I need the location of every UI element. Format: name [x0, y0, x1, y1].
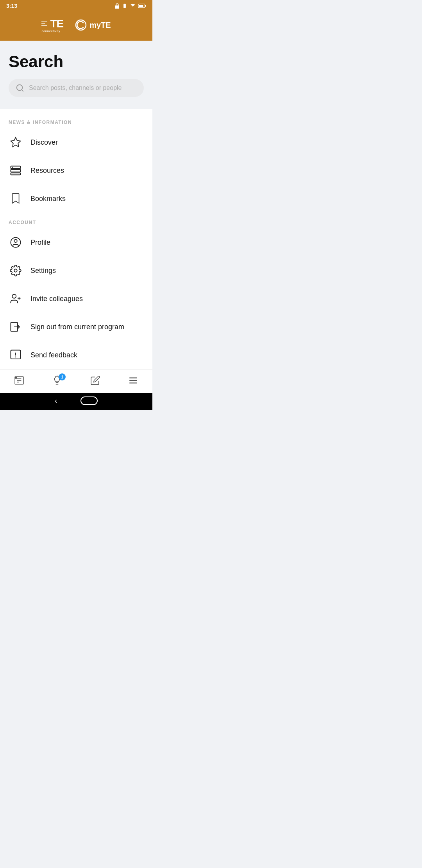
search-bar[interactable]: Search posts, channels or people: [9, 79, 144, 97]
invite-icon: [9, 292, 23, 306]
account-section-label: ACCOUNT: [0, 213, 152, 228]
svg-line-31: [55, 376, 55, 377]
menu-item-discover[interactable]: Discover: [0, 128, 152, 156]
svg-rect-27: [15, 377, 17, 378]
nav-item-news-feed[interactable]: [6, 373, 32, 387]
myte-logo: myTE: [75, 19, 111, 31]
te-lines: [41, 22, 47, 26]
svg-point-22: [15, 357, 16, 357]
menu-content: NEWS & INFORMATION Discover Resources: [0, 109, 152, 369]
header-divider: [69, 17, 69, 33]
resources-label: Resources: [30, 167, 64, 175]
svg-marker-7: [11, 138, 21, 147]
te-brand-text: TE: [50, 18, 63, 30]
status-bar: 3:13: [0, 0, 152, 11]
feedback-icon: [9, 348, 23, 362]
te-connectivity-text: connectivity: [41, 29, 60, 33]
search-icon: [16, 84, 24, 92]
svg-point-13: [14, 240, 17, 243]
svg-line-6: [21, 90, 23, 91]
menu-item-invite[interactable]: Invite colleagues: [0, 285, 152, 313]
svg-rect-10: [11, 173, 21, 175]
lock-icon: [115, 3, 120, 9]
header-logo: TE connectivity myTE: [41, 17, 111, 33]
nav-item-ideas[interactable]: 1: [44, 373, 70, 387]
profile-label: Profile: [30, 239, 50, 247]
svg-rect-3: [139, 5, 143, 7]
bottom-nav: 1: [0, 369, 152, 393]
ideas-badge: 1: [59, 373, 66, 380]
discover-icon: [9, 135, 23, 149]
settings-label: Settings: [30, 267, 56, 275]
discover-label: Discover: [30, 138, 58, 147]
search-placeholder-text: Search posts, channels or people: [29, 84, 122, 91]
feedback-label: Send feedback: [30, 351, 77, 359]
status-icons: [115, 3, 146, 9]
menu-item-settings[interactable]: Settings: [0, 256, 152, 285]
nav-item-create[interactable]: [82, 373, 109, 387]
wifi-icon: [130, 4, 136, 8]
te-logo: TE connectivity: [41, 18, 63, 33]
settings-icon: [9, 264, 23, 278]
android-nav-bar: ‹: [0, 393, 152, 410]
svg-rect-0: [123, 4, 126, 8]
signout-icon: [9, 320, 23, 334]
battery-icon: [138, 4, 146, 8]
page-title: Search: [9, 52, 144, 71]
invite-label: Invite colleagues: [30, 295, 83, 303]
nav-menu-icon: [128, 375, 139, 386]
svg-point-14: [14, 269, 17, 272]
nav-item-menu[interactable]: [120, 373, 147, 387]
myte-app-name: myTE: [89, 21, 111, 30]
search-section: Search Search posts, channels or people: [0, 41, 152, 109]
menu-item-bookmarks[interactable]: Bookmarks: [0, 185, 152, 213]
status-time: 3:13: [6, 3, 17, 9]
signout-label: Sign out from current program: [30, 323, 124, 331]
android-home-button[interactable]: [80, 396, 98, 405]
nav-edit-icon: [90, 375, 101, 386]
resources-icon: [9, 163, 23, 178]
svg-rect-2: [145, 5, 146, 7]
myte-c-icon: [75, 19, 87, 31]
svg-point-15: [12, 294, 16, 298]
android-back-button[interactable]: ‹: [55, 397, 57, 405]
bookmark-icon: [9, 192, 23, 206]
menu-item-profile[interactable]: Profile: [0, 228, 152, 256]
profile-icon: [9, 235, 23, 249]
menu-item-resources[interactable]: Resources: [0, 156, 152, 185]
nav-newspaper-icon: [14, 375, 25, 386]
svg-rect-9: [11, 170, 21, 172]
menu-item-signout[interactable]: Sign out from current program: [0, 313, 152, 341]
menu-item-feedback[interactable]: Send feedback: [0, 341, 152, 369]
app-header: TE connectivity myTE: [0, 11, 152, 41]
bookmarks-label: Bookmarks: [30, 195, 66, 203]
vibrate-icon: [122, 3, 127, 9]
news-section-label: NEWS & INFORMATION: [0, 113, 152, 128]
